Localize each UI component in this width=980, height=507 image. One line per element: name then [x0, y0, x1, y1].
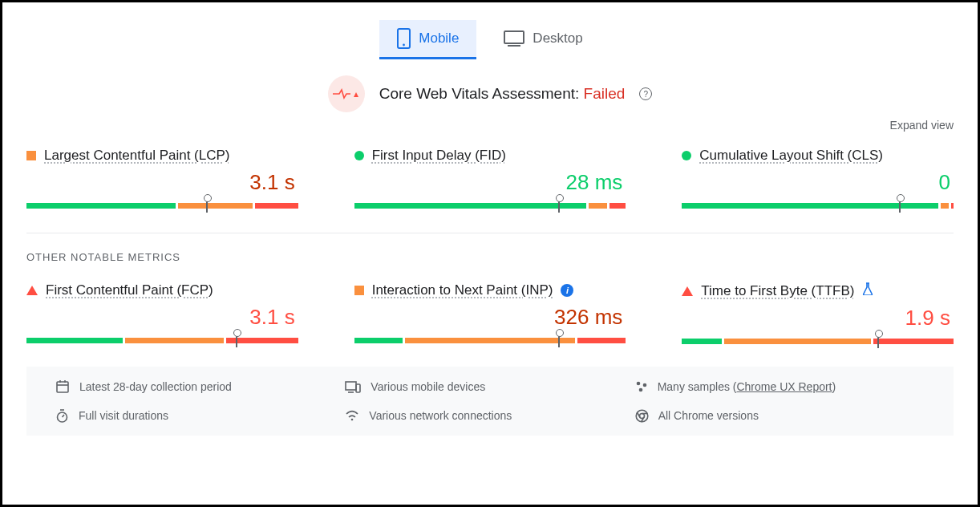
footer-samples: Many samples (Chrome UX Report)	[635, 379, 925, 394]
svg-point-18	[351, 419, 354, 421]
svg-point-14	[638, 388, 642, 392]
metric-fcp: First Contentful Paint (FCP) 3.1 s	[26, 282, 298, 344]
devices-icon	[345, 380, 361, 393]
metric-cls-value: 0	[682, 170, 954, 195]
metric-lcp: Largest Contentful Paint (LCP) 3.1 s	[26, 148, 298, 209]
metric-cls: Cumulative Layout Shift (CLS) 0	[682, 148, 954, 209]
chrome-icon	[635, 409, 649, 423]
metric-inp: Interaction to Next Paint (INP) i 326 ms	[354, 282, 626, 344]
svg-rect-11	[356, 384, 360, 392]
network-icon	[345, 410, 359, 421]
svg-point-12	[636, 382, 640, 386]
mobile-icon	[397, 28, 411, 49]
help-icon[interactable]: ?	[639, 87, 652, 100]
svg-rect-9	[346, 382, 356, 390]
metric-inp-bar	[354, 338, 626, 343]
metric-ttfb-value: 1.9 s	[682, 306, 954, 331]
metric-fid-value: 28 ms	[354, 170, 626, 195]
metric-fid: First Input Delay (FID) 28 ms	[354, 148, 626, 209]
status-icon-orange-square	[26, 151, 36, 160]
footer-info: Latest 28-day collection period Various …	[26, 367, 954, 436]
metric-inp-name[interactable]: Interaction to Next Paint (INP)	[372, 282, 553, 298]
footer-period: Latest 28-day collection period	[55, 379, 345, 394]
status-icon-green-circle	[354, 151, 364, 160]
section-other-title: OTHER NOTABLE METRICS	[26, 251, 954, 263]
footer-devices: Various mobile devices	[345, 379, 634, 394]
footer-durations: Full visit durations	[55, 408, 345, 423]
metric-fcp-value: 3.1 s	[26, 305, 298, 330]
timer-icon	[55, 408, 69, 423]
tab-mobile-label: Mobile	[419, 30, 459, 47]
experimental-flask-icon[interactable]	[862, 282, 873, 299]
device-tabs: Mobile Desktop	[26, 2, 954, 59]
info-icon[interactable]: i	[561, 284, 573, 297]
metric-fcp-bar	[26, 338, 298, 343]
status-icon-red-triangle	[26, 286, 38, 295]
metric-ttfb-bar	[682, 339, 954, 344]
footer-chrome: All Chrome versions	[635, 408, 925, 423]
metric-fcp-name[interactable]: First Contentful Paint (FCP)	[46, 282, 213, 298]
assessment-row: Core Web Vitals Assessment: Failed ?	[26, 75, 954, 112]
tab-mobile[interactable]: Mobile	[379, 20, 476, 59]
status-icon-green-circle	[682, 151, 691, 160]
metric-lcp-name[interactable]: Largest Contentful Paint (LCP)	[44, 148, 230, 164]
assessment-text: Core Web Vitals Assessment: Failed	[379, 85, 626, 103]
svg-point-15	[58, 412, 67, 422]
status-icon-orange-square	[354, 286, 364, 295]
expand-view-link[interactable]: Expand view	[26, 119, 954, 132]
metric-cls-bar	[682, 203, 954, 209]
svg-line-16	[63, 415, 65, 417]
assessment-status: Failed	[584, 85, 626, 102]
scatter-icon	[635, 380, 648, 393]
metric-lcp-bar	[26, 203, 298, 209]
tab-desktop-label: Desktop	[533, 30, 582, 47]
crux-report-link[interactable]: Chrome UX Report	[736, 380, 832, 393]
calendar-icon	[55, 379, 70, 394]
metric-ttfb-name[interactable]: Time to First Byte (TTFB)	[701, 283, 854, 299]
svg-point-13	[642, 383, 646, 387]
metric-ttfb: Time to First Byte (TTFB) 1.9 s	[682, 282, 954, 344]
footer-network: Various network connections	[345, 408, 634, 423]
svg-rect-5	[57, 382, 68, 392]
svg-point-1	[403, 44, 405, 47]
metric-cls-name[interactable]: Cumulative Layout Shift (CLS)	[699, 148, 883, 164]
metric-fid-name[interactable]: First Input Delay (FID)	[372, 148, 506, 164]
assessment-pulse-icon	[328, 75, 365, 112]
metric-fid-bar	[354, 203, 626, 209]
status-icon-red-triangle	[682, 286, 693, 296]
desktop-icon	[504, 30, 524, 47]
metric-lcp-value: 3.1 s	[26, 170, 298, 195]
tab-desktop[interactable]: Desktop	[486, 20, 600, 59]
svg-rect-2	[504, 31, 524, 43]
metric-inp-value: 326 ms	[354, 305, 626, 330]
